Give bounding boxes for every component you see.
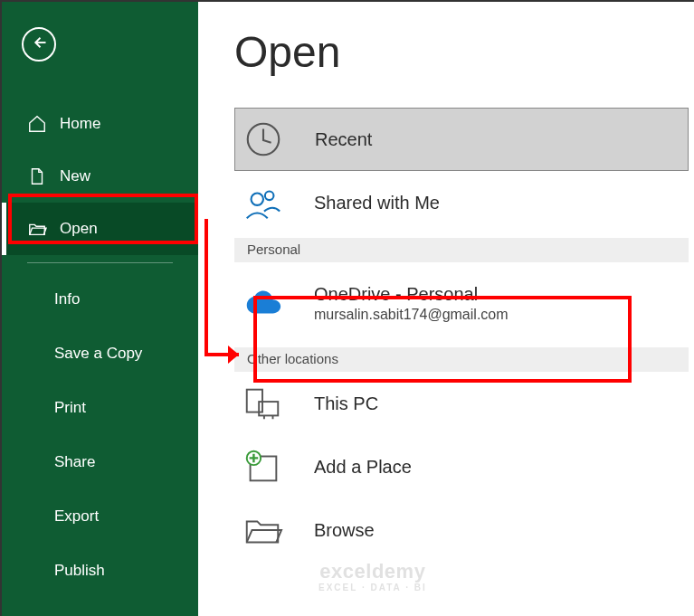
document-icon (27, 166, 47, 186)
people-icon (242, 182, 283, 223)
browse-folder-icon (242, 509, 283, 551)
nav-export-label: Export (54, 507, 99, 526)
open-panel: Open Recent Shared with Me Personal OneD… (198, 2, 694, 616)
svg-point-1 (252, 193, 263, 204)
nav-home[interactable]: Home (2, 98, 198, 150)
add-place-icon (242, 446, 283, 488)
folder-open-icon (27, 219, 47, 239)
onedrive-icon (242, 282, 283, 324)
arrow-left-icon (31, 34, 47, 54)
nav-section-main: Home New Open (2, 98, 198, 255)
nav-open[interactable]: Open (2, 203, 198, 255)
page-title: Open (234, 27, 694, 77)
location-this-pc-label: This PC (314, 393, 378, 414)
nav-info-label: Info (54, 290, 80, 308)
location-browse[interactable]: Browse (234, 498, 689, 562)
nav-save-copy-label: Save a Copy (54, 345, 142, 363)
section-personal-header: Personal (234, 238, 689, 262)
location-shared[interactable]: Shared with Me (234, 171, 689, 234)
nav-new[interactable]: New (2, 150, 198, 203)
nav-divider (27, 262, 173, 263)
nav-export[interactable]: Export (2, 489, 198, 544)
backstage-sidebar: Home New Open Info Save a Copy Print Sha… (2, 2, 198, 616)
nav-open-label: Open (60, 220, 98, 238)
nav-info[interactable]: Info (2, 272, 198, 327)
svg-point-2 (265, 192, 274, 201)
location-onedrive-label: OneDrive - Personal (314, 284, 509, 305)
this-pc-icon (242, 383, 283, 424)
home-icon (27, 114, 47, 134)
nav-print[interactable]: Print (2, 381, 198, 435)
nav-share-label: Share (54, 453, 95, 471)
location-onedrive-personal[interactable]: OneDrive - Personal mursalin.sabit174@gm… (234, 262, 689, 344)
section-other-header: Other locations (234, 347, 689, 372)
location-shared-label: Shared with Me (314, 193, 440, 213)
location-recent[interactable]: Recent (234, 108, 689, 171)
nav-new-label: New (60, 167, 90, 185)
location-onedrive-email: mursalin.sabit174@gmail.com (314, 307, 509, 323)
nav-section-secondary: Info Save a Copy Print Share Export Publ… (2, 272, 198, 598)
nav-publish[interactable]: Publish (2, 544, 198, 598)
nav-home-label: Home (60, 115, 100, 133)
location-onedrive-text: OneDrive - Personal mursalin.sabit174@gm… (314, 284, 509, 323)
clock-icon (242, 118, 284, 160)
location-add-place-label: Add a Place (314, 457, 412, 478)
location-recent-label: Recent (315, 129, 372, 150)
location-add-place[interactable]: Add a Place (234, 435, 689, 498)
nav-publish-label: Publish (54, 562, 105, 580)
nav-share[interactable]: Share (2, 435, 198, 489)
back-button[interactable] (22, 27, 56, 62)
location-browse-label: Browse (314, 520, 375, 541)
nav-print-label: Print (54, 399, 86, 417)
nav-save-copy[interactable]: Save a Copy (2, 327, 198, 381)
location-this-pc[interactable]: This PC (234, 372, 689, 435)
